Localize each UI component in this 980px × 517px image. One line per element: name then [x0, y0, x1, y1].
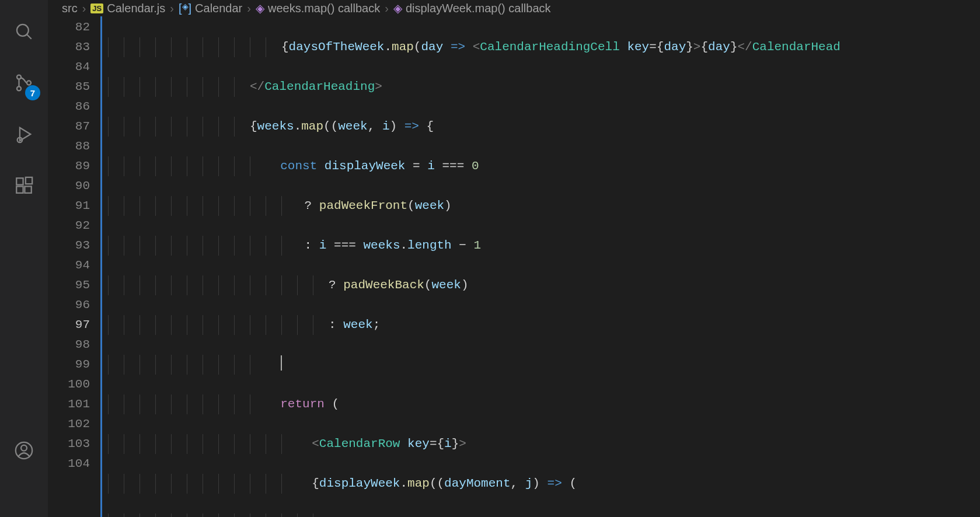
code-line[interactable]: {weeks.map((week, i) => { — [108, 117, 980, 137]
line-number: 95 — [48, 275, 90, 295]
svg-rect-7 — [16, 178, 23, 184]
search-icon[interactable] — [10, 18, 38, 46]
svg-rect-9 — [25, 186, 31, 193]
line-number: 89 — [48, 156, 90, 176]
method-icon: ◈ — [256, 1, 264, 15]
line-number: 86 — [48, 97, 90, 117]
line-number: 82 — [48, 18, 90, 37]
svg-line-1 — [27, 34, 32, 39]
text-cursor — [281, 355, 282, 371]
activity-bar: 7 — [0, 0, 48, 517]
code-line[interactable] — [108, 355, 980, 375]
js-file-icon: JS — [90, 4, 103, 13]
code-content[interactable]: {daysOfTheWeek.map(day => <CalendarHeadi… — [102, 16, 980, 517]
svg-point-4 — [27, 81, 31, 85]
account-icon[interactable] — [10, 436, 38, 464]
line-number: 84 — [48, 57, 90, 77]
svg-point-2 — [17, 75, 21, 79]
line-number: 83 — [48, 37, 90, 57]
breadcrumb-symbol[interactable]: ◈ weeks.map() callback — [256, 1, 380, 15]
breadcrumb[interactable]: src › JS Calendar.js › [◈] Calendar › ◈ … — [48, 0, 980, 16]
chevron-right-icon: › — [170, 2, 174, 15]
breadcrumb-file[interactable]: JS Calendar.js — [90, 2, 165, 15]
method-icon: ◈ — [393, 1, 402, 15]
line-number: 101 — [48, 394, 90, 414]
svg-rect-8 — [16, 186, 23, 193]
editor-area[interactable]: 8283848586878889909192939495969798991001… — [48, 16, 980, 517]
breadcrumb-folder[interactable]: src — [62, 2, 78, 15]
line-number: 92 — [48, 216, 90, 236]
code-line[interactable]: {daysOfTheWeek.map(day => <CalendarHeadi… — [108, 37, 980, 57]
breadcrumb-symbol[interactable]: [◈] Calendar — [179, 2, 242, 15]
source-control-icon[interactable]: 7 — [10, 69, 38, 97]
line-number: 102 — [48, 414, 90, 434]
code-line[interactable]: <CalendarRow key={i}> — [108, 434, 980, 454]
code-line[interactable]: return ( — [108, 394, 980, 414]
line-number: 88 — [48, 137, 90, 156]
line-number: 100 — [48, 375, 90, 394]
scm-badge: 7 — [25, 85, 40, 100]
line-number: 96 — [48, 295, 90, 315]
line-number: 94 — [48, 256, 90, 275]
breadcrumb-symbol[interactable]: ◈ displayWeek.map() callback — [393, 1, 551, 15]
editor-main: src › JS Calendar.js › [◈] Calendar › ◈ … — [48, 0, 980, 517]
extensions-icon[interactable] — [10, 172, 38, 200]
variable-icon: [◈] — [179, 2, 191, 15]
code-line[interactable]: <CalendarCellWrap> — [108, 513, 980, 517]
code-line[interactable]: </CalendarHeading> — [108, 77, 980, 97]
chevron-right-icon: › — [82, 2, 86, 15]
line-number: 97 — [48, 315, 90, 335]
line-number: 87 — [48, 117, 90, 137]
code-line[interactable]: : week; — [108, 315, 980, 335]
chevron-right-icon: › — [385, 2, 389, 15]
line-number: 91 — [48, 196, 90, 216]
svg-point-12 — [21, 445, 27, 451]
code-line[interactable]: const displayWeek = i === 0 — [108, 156, 980, 176]
code-line[interactable]: ? padWeekFront(week) — [108, 196, 980, 216]
line-number-gutter: 8283848586878889909192939495969798991001… — [48, 16, 100, 517]
line-number: 99 — [48, 355, 90, 375]
code-line[interactable]: : i === weeks.length − 1 — [108, 236, 980, 256]
line-number: 103 — [48, 434, 90, 454]
debug-icon[interactable] — [10, 120, 38, 148]
line-number: 93 — [48, 236, 90, 256]
chevron-right-icon: › — [247, 2, 251, 15]
svg-point-3 — [17, 86, 21, 90]
line-number: 85 — [48, 77, 90, 97]
svg-rect-10 — [26, 177, 32, 184]
line-number: 98 — [48, 335, 90, 355]
code-line[interactable]: {displayWeek.map((dayMoment, j) => ( — [108, 474, 980, 494]
line-number: 90 — [48, 176, 90, 196]
line-number: 104 — [48, 454, 90, 474]
svg-point-0 — [17, 25, 29, 36]
code-line[interactable]: ? padWeekBack(week) — [108, 275, 980, 295]
